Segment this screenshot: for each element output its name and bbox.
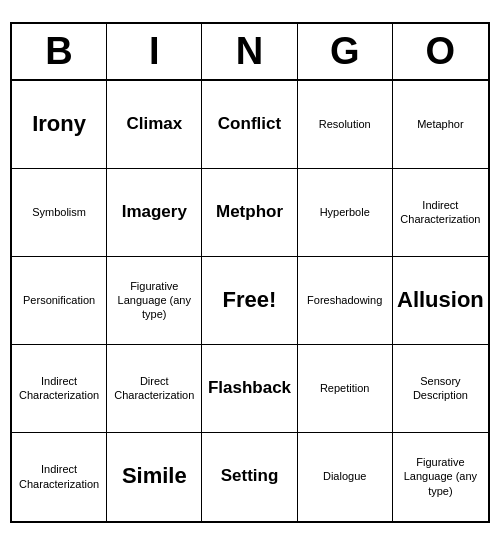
bingo-card: BINGO IronyClimaxConflictResolutionMetap… <box>10 22 490 523</box>
bingo-cell-5: Symbolism <box>12 169 107 257</box>
bingo-cell-17: Flashback <box>202 345 297 433</box>
bingo-cell-8: Hyperbole <box>298 169 393 257</box>
bingo-cell-0: Irony <box>12 81 107 169</box>
bingo-cell-22: Setting <box>202 433 297 521</box>
bingo-letter-n: N <box>202 24 297 79</box>
bingo-cell-11: Figurative Language (any type) <box>107 257 202 345</box>
bingo-letter-b: B <box>12 24 107 79</box>
bingo-cell-1: Climax <box>107 81 202 169</box>
bingo-cell-23: Dialogue <box>298 433 393 521</box>
bingo-cell-16: Direct Characterization <box>107 345 202 433</box>
bingo-letter-i: I <box>107 24 202 79</box>
bingo-cell-20: Indirect Characterization <box>12 433 107 521</box>
bingo-cell-18: Repetition <box>298 345 393 433</box>
bingo-cell-10: Personification <box>12 257 107 345</box>
bingo-cell-24: Figurative Language (any type) <box>393 433 488 521</box>
bingo-cell-12: Free! <box>202 257 297 345</box>
bingo-cell-9: Indirect Characterization <box>393 169 488 257</box>
bingo-cell-13: Foreshadowing <box>298 257 393 345</box>
bingo-cell-7: Metphor <box>202 169 297 257</box>
bingo-letter-g: G <box>298 24 393 79</box>
bingo-cell-3: Resolution <box>298 81 393 169</box>
bingo-letter-o: O <box>393 24 488 79</box>
bingo-cell-4: Metaphor <box>393 81 488 169</box>
bingo-grid: IronyClimaxConflictResolutionMetaphorSym… <box>12 81 488 521</box>
bingo-cell-6: Imagery <box>107 169 202 257</box>
bingo-cell-21: Simile <box>107 433 202 521</box>
bingo-cell-19: Sensory Description <box>393 345 488 433</box>
bingo-header: BINGO <box>12 24 488 81</box>
bingo-cell-15: Indirect Characterization <box>12 345 107 433</box>
bingo-cell-14: Allusion <box>393 257 488 345</box>
bingo-cell-2: Conflict <box>202 81 297 169</box>
